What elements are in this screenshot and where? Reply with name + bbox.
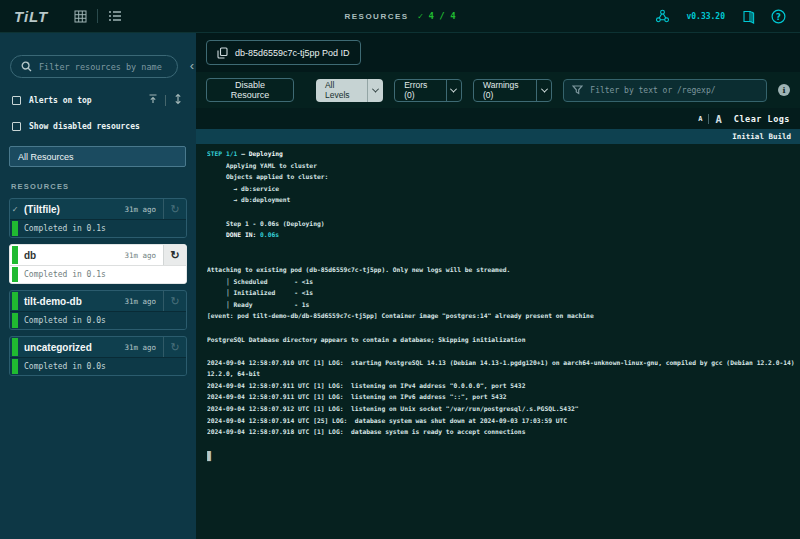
resource-item-uncategorized[interactable]: uncategorized31m ago↻Completed in 0.0s [9,336,187,376]
log-pane[interactable]: STEP 1/1 — Deploying Applying YAML to cl… [196,144,800,539]
alerts-on-top-checkbox[interactable] [12,96,21,105]
font-size-increase-button[interactable]: A [715,113,721,125]
resource-item-db[interactable]: db31m ago↻Completed in 0.1s [9,244,187,284]
log-line: Step 1 - 0.06s (Deploying) [207,220,796,232]
info-icon[interactable]: i [778,84,790,96]
status-bar-green [12,267,18,282]
log-segment: 12.2.0, 64-bit [207,370,260,377]
alerts-on-top-label: Alerts on top [29,96,92,105]
warnings-filter[interactable]: Warnings (0) [473,79,552,102]
grid-view-icon[interactable] [74,10,87,23]
log-segment: [event: pod tilt-demo-db/db-85d6559c7c-t… [207,312,594,319]
scroll-to-top-icon[interactable] [147,91,159,109]
log-segment: │ Scheduled - <1s [207,278,313,285]
resource-name: uncategorized [20,342,92,353]
log-actions-row: A A Clear Logs [196,108,800,129]
resources-header-label: RESOURCES [344,12,408,21]
resource-item-tiltfile[interactable]: ✓(Tiltfile)31m ago↻Completed in 0.1s [9,198,187,238]
help-icon[interactable]: ? [771,9,786,24]
resource-last-build-time: 31m ago [124,205,163,214]
log-line: → db:service [207,185,796,197]
chevron-down-icon [372,85,379,92]
sidebar-collapse-icon[interactable]: ‹ [190,59,194,72]
resource-status-edge [10,337,20,357]
log-toolbar: Disable Resource All Levels Errors (0) W… [196,72,800,108]
log-line: 2024-09-04 12:58:07.914 UTC [25] LOG: da… [207,417,796,429]
resource-name: db [20,250,36,261]
trigger-build-button[interactable]: ↻ [163,291,186,311]
resource-last-build-time: 31m ago [124,251,163,260]
trigger-build-button[interactable]: ↻ [163,199,186,219]
resource-count-badge: ✓ 4 / 4 [418,11,456,21]
log-level-filter[interactable]: All Levels [316,79,383,102]
warnings-chevron[interactable] [536,80,552,101]
clear-logs-button[interactable]: Clear Logs [734,114,790,124]
top-bar: TiLT RESOURCES ✓ 4 / 4 v0.33.20 [0,0,800,33]
resource-filter-box[interactable] [10,55,178,78]
log-line: 12.2.0, 64-bit [207,370,796,382]
show-disabled-checkbox[interactable] [12,122,21,131]
topbar-divider [97,9,98,23]
log-line: [event: pod tilt-demo-db/db-85d6559c7c-t… [207,312,796,324]
resource-status-row: Completed in 0.0s [10,311,186,329]
docs-book-icon[interactable] [741,9,755,24]
log-line: │ Scheduled - <1s [207,278,796,290]
log-line: │ Initialized - <1s [207,289,796,301]
log-line [207,347,796,359]
alerts-on-top-row: Alerts on top [12,91,184,109]
log-line [207,254,796,266]
snapshot-cluster-icon[interactable] [655,9,670,24]
log-segment: 2024-09-04 12:58:07.910 UTC [1] LOG: sta… [207,359,795,366]
log-segment: Applying YAML to cluster [207,162,317,169]
main-panel: db-85d6559c7c-tj5pp Pod ID Disable Resou… [196,33,800,539]
resource-status-edge [10,245,20,265]
log-line [207,208,796,220]
svg-text:?: ? [776,11,781,21]
log-segment: 2024-09-04 12:58:07.914 UTC [25] LOG: da… [207,417,567,424]
log-filter-box[interactable] [563,79,767,102]
log-line: 2024-09-04 12:58:07.910 UTC [1] LOG: sta… [207,359,796,371]
chevron-down-icon [541,85,548,92]
trigger-build-button[interactable]: ↻ [163,245,186,265]
resource-filter-input[interactable] [39,62,167,72]
resources-section-label: RESOURCES [11,182,196,191]
search-icon [21,61,32,72]
log-segment: Attaching to existing pod (db-85d6559c7c… [207,266,510,273]
check-icon: ✓ [12,205,19,214]
copy-pod-id-button[interactable]: db-85d6559c7c-tj5pp Pod ID [206,40,361,65]
version-label: v0.33.20 [686,12,725,21]
resource-item-tilt-demo-db[interactable]: tilt-demo-db31m ago↻Completed in 0.0s [9,290,187,330]
resource-title-row: tilt-demo-db31m ago↻ [10,291,186,311]
tilt-logo[interactable]: TiLT [14,8,48,25]
log-line: 2024-09-04 12:58:07.911 UTC [1] LOG: lis… [207,393,796,405]
log-line: 2024-09-04 12:58:07.911 UTC [1] LOG: lis… [207,382,796,394]
trigger-build-button[interactable]: ↻ [163,337,186,357]
status-bar-green [12,359,18,374]
log-line [207,243,796,255]
resource-status-edge [10,266,20,283]
resource-status-edge: ✓ [10,199,20,219]
log-segment: 2024-09-04 12:58:07.912 UTC [1] LOG: lis… [207,405,579,412]
resource-name: (Tiltfile) [20,204,60,215]
list-view-icon[interactable] [108,10,122,22]
all-resources-button[interactable]: All Resources [9,146,186,167]
status-bar-green [12,292,18,310]
log-line: 2024-09-04 12:58:07.918 UTC [1] LOG: dat… [207,428,796,440]
resource-header-bar: db-85d6559c7c-tj5pp Pod ID [196,33,800,72]
errors-filter[interactable]: Errors (0) [394,79,462,102]
disable-resource-button[interactable]: Disable Resource [206,78,294,102]
expand-collapse-icon[interactable] [172,91,184,109]
log-line: │ Ready - 1s [207,301,796,313]
resource-status-row: Completed in 0.1s [10,219,186,237]
font-size-decrease-button[interactable]: A [698,115,702,123]
log-cursor: ▊ [207,451,212,461]
log-line: Applying YAML to cluster [207,162,796,174]
chevron-down-icon [450,85,457,92]
log-level-filter-label: All Levels [316,79,368,102]
resource-status-text: Completed in 0.1s [20,270,106,279]
log-level-chevron[interactable] [368,79,383,102]
resource-last-build-time: 31m ago [124,343,163,352]
log-filter-input[interactable] [590,86,758,95]
errors-chevron[interactable] [446,80,461,101]
resource-status-edge [10,291,20,311]
